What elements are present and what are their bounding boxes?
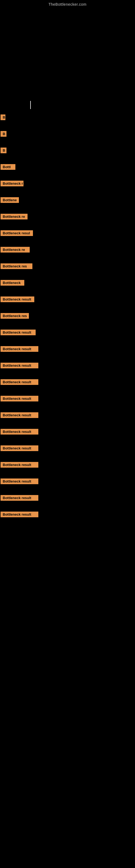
- chart-area: [30, 9, 105, 112]
- row-spacer: [1, 225, 135, 230]
- bottleneck-result-label: Bottleneck result: [1, 379, 38, 385]
- bottleneck-result-row: Bottleneck result: [1, 346, 135, 358]
- bottleneck-result-row: Bottleneck: [1, 280, 135, 291]
- bottleneck-result-label: Bottleneck resul: [1, 230, 33, 236]
- row-spacer: [1, 308, 135, 313]
- bottleneck-result-row: Bottleneck result: [1, 297, 135, 308]
- bottleneck-result-label: Bottlene: [1, 197, 19, 203]
- row-spacer: [1, 192, 135, 197]
- bottleneck-result-row: Bottleneck result: [1, 412, 135, 424]
- bottleneck-result-row: Bottleneck result: [1, 379, 135, 391]
- bottleneck-result-row: Bottleneck re: [1, 247, 135, 258]
- bottleneck-result-row: Bottleneck result: [1, 478, 135, 490]
- row-spacer: [1, 374, 135, 379]
- row-spacer: [1, 176, 135, 181]
- row-spacer: [1, 143, 135, 148]
- row-spacer: [1, 341, 135, 346]
- bottleneck-result-label: Bottleneck result: [1, 412, 38, 418]
- bottleneck-result-row: Bottleneck result: [1, 512, 135, 523]
- bottleneck-result-label: Bottleneck re: [1, 214, 28, 219]
- bottleneck-result-row: Bottleneck res: [1, 313, 135, 325]
- row-spacer: [1, 474, 135, 478]
- bottleneck-result-row: Bottleneck result: [1, 396, 135, 407]
- bottleneck-result-row: Bottleneck res: [1, 264, 135, 275]
- bottleneck-result-row: Bottleneck result: [1, 495, 135, 507]
- bottleneck-result-label: Bottleneck result: [1, 512, 38, 517]
- row-spacer: [1, 424, 135, 429]
- bottleneck-result-row: Bottleneck resul: [1, 230, 135, 242]
- row-spacer: [1, 407, 135, 412]
- row-spacer: [1, 275, 135, 280]
- bottleneck-result-row: Bottleneck result: [1, 462, 135, 474]
- bottleneck-result-label: Bottleneck: [1, 280, 24, 286]
- bottleneck-result-label: Bottleneck result: [1, 396, 38, 401]
- row-spacer: [1, 358, 135, 363]
- bottleneck-result-label: Bottleneck result: [1, 297, 34, 302]
- row-spacer: [1, 258, 135, 264]
- bottleneck-result-label: Bottleneck res: [1, 264, 32, 269]
- row-spacer: [1, 507, 135, 512]
- result-section: BBBBottlBottleneck rBottleneBottleneck r…: [0, 115, 135, 528]
- bottleneck-result-row: B: [1, 131, 135, 143]
- bottleneck-result-row: Bottleneck result: [1, 445, 135, 457]
- bottleneck-result-label: Bottleneck re: [1, 247, 30, 252]
- bottleneck-result-label: Bottleneck res: [1, 313, 29, 319]
- bottleneck-result-label: Bottleneck result: [1, 363, 38, 368]
- bottleneck-result-label: B: [1, 131, 6, 137]
- row-spacer: [1, 523, 135, 528]
- row-spacer: [1, 209, 135, 214]
- row-spacer: [1, 457, 135, 462]
- bottleneck-result-label: B: [1, 115, 5, 120]
- bottleneck-result-label: Bottleneck result: [1, 346, 38, 352]
- bottleneck-result-label: Bottleneck result: [1, 495, 38, 501]
- row-spacer: [1, 391, 135, 396]
- bottleneck-result-row: Bottleneck result: [1, 363, 135, 374]
- row-spacer: [1, 126, 135, 131]
- bottleneck-result-row: Bottl: [1, 164, 135, 176]
- row-spacer: [1, 325, 135, 330]
- row-spacer: [1, 291, 135, 297]
- bottleneck-result-row: B: [1, 115, 135, 126]
- bottleneck-result-row: Bottleneck result: [1, 330, 135, 341]
- bottleneck-result-row: Bottleneck re: [1, 214, 135, 225]
- row-spacer: [1, 440, 135, 445]
- bottleneck-result-label: Bottleneck result: [1, 429, 38, 435]
- row-spacer: [1, 159, 135, 164]
- bottleneck-result-row: Bottleneck r: [1, 181, 135, 192]
- bottleneck-result-label: Bottleneck result: [1, 478, 38, 484]
- bottleneck-result-row: Bottleneck result: [1, 429, 135, 440]
- bottleneck-result-row: B: [1, 148, 135, 159]
- bottleneck-result-label: Bottleneck result: [1, 462, 38, 468]
- bottleneck-result-label: Bottleneck r: [1, 181, 24, 186]
- cursor-indicator: [30, 101, 31, 109]
- row-spacer: [1, 242, 135, 247]
- site-title: TheBottlenecker.com: [0, 0, 135, 9]
- bottleneck-result-label: B: [1, 148, 6, 153]
- row-spacer: [1, 490, 135, 495]
- bottleneck-result-label: Bottl: [1, 164, 15, 170]
- bottleneck-result-label: Bottleneck result: [1, 330, 36, 335]
- bottleneck-result-label: Bottleneck result: [1, 445, 38, 451]
- bottleneck-result-row: Bottlene: [1, 197, 135, 209]
